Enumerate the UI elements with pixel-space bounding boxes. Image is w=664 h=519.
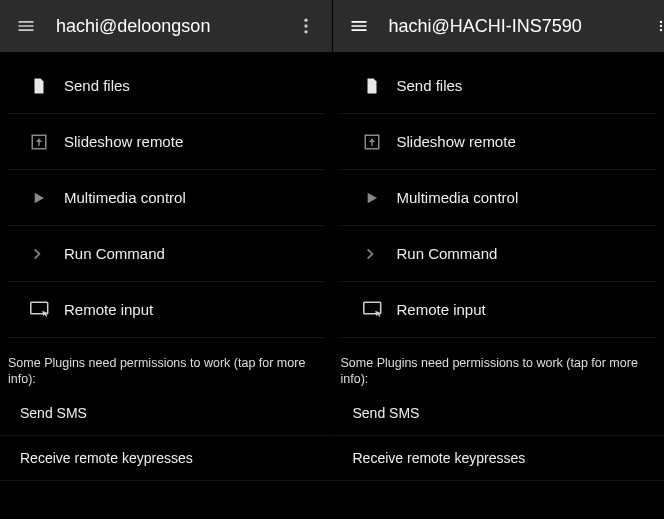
item-multimedia-control[interactable]: Multimedia control <box>8 170 324 226</box>
appbar-title: hachi@HACHI-INS7590 <box>389 16 661 37</box>
svg-point-6 <box>660 25 662 27</box>
play-icon <box>30 190 64 206</box>
permission-item[interactable]: Receive remote keypresses <box>333 436 665 481</box>
permission-item[interactable]: Send SMS <box>0 391 332 436</box>
item-label: Send files <box>64 77 130 94</box>
svg-point-7 <box>660 29 662 31</box>
permissions-header[interactable]: Some Plugins need permissions to work (t… <box>333 338 665 391</box>
chevron-right-icon <box>363 247 397 261</box>
hamburger-icon <box>16 16 36 36</box>
item-multimedia-control[interactable]: Multimedia control <box>341 170 657 226</box>
menu-button[interactable] <box>4 4 48 48</box>
upload-box-icon <box>363 133 397 151</box>
item-label: Run Command <box>397 245 498 262</box>
svg-point-5 <box>660 21 662 23</box>
item-run-command[interactable]: Run Command <box>341 226 657 282</box>
appbar: hachi@deloongson <box>0 0 332 52</box>
item-label: Multimedia control <box>397 189 519 206</box>
file-icon <box>30 77 64 95</box>
item-label: Remote input <box>397 301 486 318</box>
item-label: Slideshow remote <box>397 133 516 150</box>
item-run-command[interactable]: Run Command <box>8 226 324 282</box>
item-slideshow-remote[interactable]: Slideshow remote <box>8 114 324 170</box>
permissions-header[interactable]: Some Plugins need permissions to work (t… <box>0 338 332 391</box>
file-icon <box>363 77 397 95</box>
item-remote-input[interactable]: Remote input <box>8 282 324 338</box>
menu-button[interactable] <box>337 4 381 48</box>
pane-right: hachi@HACHI-INS7590 Send files Slideshow… <box>332 0 665 519</box>
item-slideshow-remote[interactable]: Slideshow remote <box>341 114 657 170</box>
pane-left: hachi@deloongson Send files Slideshow re… <box>0 0 332 519</box>
item-label: Multimedia control <box>64 189 186 206</box>
appbar: hachi@HACHI-INS7590 <box>333 0 665 52</box>
more-vert-icon <box>654 16 664 36</box>
hamburger-icon <box>349 16 369 36</box>
more-vert-icon <box>296 16 316 36</box>
overflow-button[interactable] <box>654 0 664 52</box>
item-remote-input[interactable]: Remote input <box>341 282 657 338</box>
overflow-button[interactable] <box>284 4 328 48</box>
permission-item[interactable]: Send SMS <box>333 391 665 436</box>
upload-box-icon <box>30 133 64 151</box>
item-label: Send files <box>397 77 463 94</box>
remote-input-icon <box>363 301 397 319</box>
play-icon <box>363 190 397 206</box>
remote-input-icon <box>30 301 64 319</box>
item-label: Remote input <box>64 301 153 318</box>
item-label: Run Command <box>64 245 165 262</box>
svg-point-1 <box>304 24 307 27</box>
item-label: Slideshow remote <box>64 133 183 150</box>
content: Send files Slideshow remote Multimedia c… <box>0 52 332 519</box>
permission-item[interactable]: Receive remote keypresses <box>0 436 332 481</box>
svg-point-2 <box>304 30 307 33</box>
content: Send files Slideshow remote Multimedia c… <box>333 52 665 519</box>
item-send-files[interactable]: Send files <box>8 58 324 114</box>
appbar-title: hachi@deloongson <box>56 16 284 37</box>
item-send-files[interactable]: Send files <box>341 58 657 114</box>
svg-point-0 <box>304 19 307 22</box>
chevron-right-icon <box>30 247 64 261</box>
